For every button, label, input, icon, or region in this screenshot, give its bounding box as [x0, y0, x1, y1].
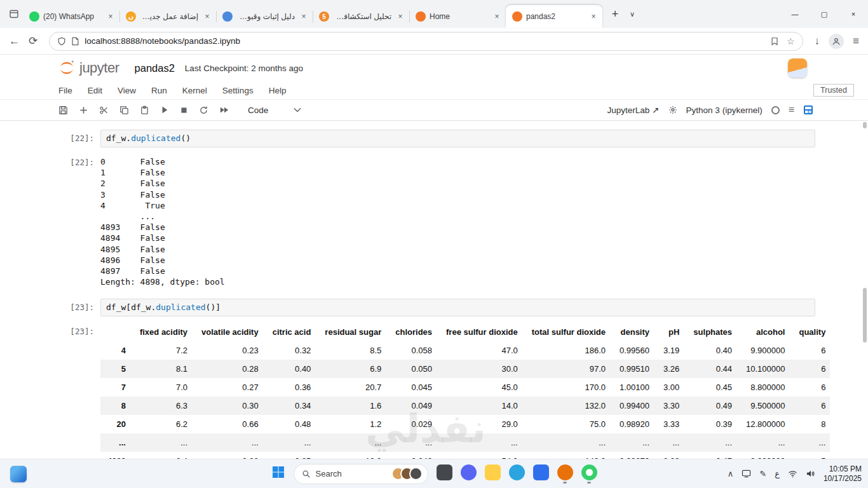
- interrupt-kernel-button[interactable]: [180, 106, 188, 114]
- df-cell: 30.0: [439, 360, 525, 378]
- view-menu-icon[interactable]: ≡: [789, 104, 794, 116]
- insert-cell-button[interactable]: [79, 105, 88, 115]
- pen-icon[interactable]: ✎: [759, 469, 766, 478]
- search-highlight-avatars[interactable]: [396, 467, 423, 480]
- df-cell: 0.99560: [613, 341, 656, 360]
- taskbar-search[interactable]: Search: [294, 464, 428, 484]
- code-input[interactable]: df_w.duplicated(): [100, 130, 815, 147]
- cast-screen-icon[interactable]: [742, 470, 751, 478]
- df-cell: 3.30: [656, 396, 686, 415]
- tab-actions-button[interactable]: [5, 5, 23, 23]
- document-favicon: [222, 11, 233, 22]
- taskbar-clock[interactable]: 10:05 PM 10/17/2025: [824, 464, 862, 484]
- df-cell: 140.0: [525, 452, 613, 459]
- code-cell[interactable]: [22]: df_w.duplicated(): [0, 130, 868, 147]
- address-bar[interactable]: localhost:8888/notebooks/pandas2.ipynb ☆: [49, 32, 803, 51]
- tab-list-button[interactable]: ∨: [624, 6, 641, 22]
- run-cell-button[interactable]: [160, 105, 169, 114]
- menu-view[interactable]: View: [118, 86, 136, 95]
- back-button[interactable]: ←: [9, 36, 20, 46]
- screen: (20) WhatsApp×نإضافة عمل جديد | نفذل×دلي…: [0, 0, 868, 488]
- refresh-button[interactable]: ⟳: [29, 36, 37, 46]
- taskbar-app-edge[interactable]: [509, 464, 525, 484]
- taskbar-app-chrome[interactable]: [557, 464, 573, 484]
- tab-close-icon[interactable]: ×: [105, 11, 116, 22]
- notebook-title[interactable]: pandas2: [135, 62, 175, 74]
- taskbar-app-file-explorer[interactable]: [485, 464, 501, 484]
- scrollbar[interactable]: [862, 121, 868, 459]
- trusted-badge[interactable]: Trusted: [813, 84, 854, 97]
- output-prompt: [23]:: [0, 323, 100, 459]
- widgets-icon[interactable]: [10, 466, 27, 482]
- code-cell[interactable]: [23]: df_w[df_w.duplicated()]: [0, 299, 868, 316]
- menu-file[interactable]: File: [58, 86, 72, 95]
- tab-close-icon[interactable]: ×: [395, 11, 405, 22]
- copy-cells-button[interactable]: [119, 105, 129, 115]
- menu-run[interactable]: Run: [151, 86, 167, 95]
- tab-close-icon[interactable]: ×: [202, 11, 212, 22]
- browser-menu-button[interactable]: ≡: [853, 36, 859, 46]
- taskbar-app-discord[interactable]: [461, 464, 477, 484]
- downloads-button[interactable]: ↓: [815, 36, 820, 46]
- df-col-header: sulphates: [686, 323, 739, 341]
- tab-close-icon[interactable]: ×: [299, 11, 309, 22]
- code-input[interactable]: df_w[df_w.duplicated()]: [100, 299, 815, 316]
- df-row: 47.20.230.328.50.05847.0186.00.995603.19…: [100, 341, 830, 360]
- menu-edit[interactable]: Edit: [88, 86, 102, 95]
- tab-close-icon[interactable]: ×: [588, 11, 599, 22]
- scrollbar-thumb-top[interactable]: [863, 122, 867, 128]
- df-cell: ...: [613, 433, 656, 452]
- browser-tab[interactable]: pandas2×: [506, 5, 602, 28]
- volume-icon[interactable]: [806, 470, 815, 478]
- collections-save-icon[interactable]: [770, 37, 779, 46]
- wifi-icon[interactable]: [788, 470, 797, 478]
- notebook-area[interactable]: [22]: df_w.duplicated() [22]: 0 False 1 …: [0, 121, 868, 459]
- start-button[interactable]: [271, 465, 285, 482]
- tracking-shield-icon[interactable]: [57, 37, 66, 46]
- df-row: 58.10.280.406.90.05030.097.00.995103.260…: [100, 360, 830, 378]
- browser-tab[interactable]: Home×: [409, 5, 506, 28]
- kernel-status-icon[interactable]: [771, 106, 780, 114]
- settings-gear-icon[interactable]: [668, 105, 677, 114]
- save-button[interactable]: [58, 105, 68, 115]
- restart-run-all-button[interactable]: [219, 105, 229, 114]
- site-info-icon[interactable]: [71, 37, 79, 46]
- window-close-button[interactable]: ×: [839, 0, 868, 28]
- menu-settings[interactable]: Settings: [222, 86, 254, 95]
- tray-chevron-up-icon[interactable]: ∧: [728, 469, 734, 478]
- df-cell: 1.00100: [613, 378, 656, 396]
- browser-tab[interactable]: 5تحليل استكشافي شامل×: [313, 5, 409, 28]
- notebook-mode-icon[interactable]: [803, 105, 813, 115]
- cut-cells-button[interactable]: [99, 105, 109, 115]
- favorite-star-icon[interactable]: ☆: [787, 36, 795, 46]
- menu-kernel[interactable]: Kernel: [182, 86, 207, 95]
- browser-tab[interactable]: نإضافة عمل جديد | نفذل×: [119, 5, 216, 28]
- scrollbar-thumb[interactable]: [863, 288, 867, 342]
- profile-avatar[interactable]: [829, 34, 844, 49]
- df-cell: 0.049: [388, 396, 439, 415]
- menu-help[interactable]: Help: [269, 86, 287, 95]
- df-cell: 0.45: [686, 378, 739, 396]
- language-indicator[interactable]: ع: [775, 469, 780, 478]
- window-minimize-button[interactable]: —: [780, 0, 810, 28]
- df-cell: 132.0: [525, 396, 613, 415]
- taskbar-app-photos[interactable]: [437, 464, 452, 484]
- url-text[interactable]: localhost:8888/notebooks/pandas2.ipynb: [85, 36, 765, 46]
- cell-type-select[interactable]: Code: [248, 105, 301, 115]
- window-maximize-button[interactable]: ▢: [810, 0, 839, 28]
- taskbar-app-green-app[interactable]: [581, 464, 597, 484]
- browser-tab[interactable]: (20) WhatsApp×: [23, 5, 119, 28]
- paste-cells-button[interactable]: [140, 105, 149, 115]
- kernel-name[interactable]: Python 3 (ipykernel): [686, 105, 763, 115]
- restart-kernel-button[interactable]: [199, 105, 208, 115]
- open-jupyterlab-link[interactable]: JupyterLab ↗: [607, 105, 659, 115]
- jupyter-logo[interactable]: jupyter: [57, 59, 119, 77]
- taskbar-app-store[interactable]: [533, 464, 549, 484]
- df-cell: 14.0: [439, 396, 525, 415]
- df-cell: 0.23: [194, 341, 266, 360]
- tab-close-icon[interactable]: ×: [492, 11, 502, 22]
- new-tab-button[interactable]: +: [606, 5, 624, 23]
- browser-tab[interactable]: دليل إثبات وقبول المهام في×: [216, 5, 313, 28]
- df-cell: 0.40: [266, 360, 318, 378]
- extension-badge[interactable]: [788, 58, 807, 78]
